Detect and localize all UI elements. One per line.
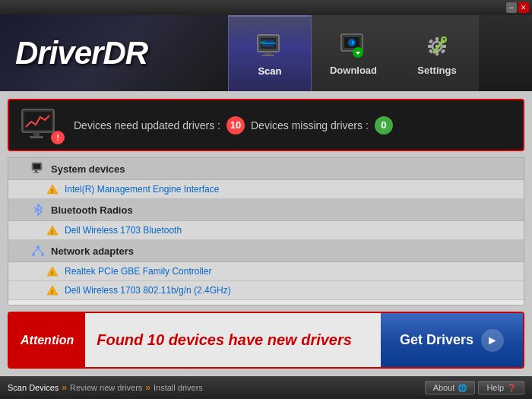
attention-message-text: Found 10 devices have new drivers <box>97 331 352 349</box>
svg-rect-15 <box>435 37 439 41</box>
updated-drivers-count: 10 <box>226 116 245 135</box>
category-label: Bluetooth Radios <box>51 204 133 216</box>
svg-rect-16 <box>435 52 439 55</box>
content-area: ! Devices need updated drivers : 10 Devi… <box>0 91 532 376</box>
footer: Scan Devices » Review new drivers » Inst… <box>0 376 532 399</box>
logo: DriverDR <box>15 35 147 71</box>
category-label: System devices <box>51 163 125 175</box>
settings-icon <box>422 31 452 62</box>
svg-line-44 <box>38 249 43 253</box>
attention-bar: Attention Found 10 devices have new driv… <box>8 312 524 369</box>
tab-settings[interactable]: Settings <box>395 15 479 91</box>
download-icon <box>338 31 369 62</box>
logo-text-part2: DR <box>103 35 147 71</box>
svg-rect-30 <box>33 164 40 169</box>
scan-icon <box>255 32 285 62</box>
svg-rect-32 <box>33 172 39 173</box>
svg-rect-3 <box>265 52 271 55</box>
device-item-label: Dell Wireless 1703 Bluetooth <box>65 225 182 236</box>
tab-download-label: Download <box>330 65 377 76</box>
globe-icon: 🌐 <box>458 384 467 392</box>
breadcrumb-arrow-1: » <box>62 382 67 393</box>
device-category: Network adapters <box>8 240 524 262</box>
title-bar: ─ ✕ <box>0 0 532 15</box>
device-item[interactable]: !Realtek PCIe GBE Family Controller <box>8 262 524 281</box>
header: DriverDR Scan <box>0 15 532 91</box>
svg-marker-35 <box>38 204 42 215</box>
tab-scan-label: Scan <box>258 65 281 77</box>
device-item[interactable]: !Dell Wireless 1703 Bluetooth <box>8 221 524 240</box>
breadcrumb: Scan Devices » Review new drivers » Inst… <box>8 382 203 393</box>
missing-drivers-count: 0 <box>375 116 393 135</box>
help-button[interactable]: Help ❓ <box>478 381 524 394</box>
device-item-label: Intel(R) Management Engine Interface <box>65 184 219 195</box>
svg-text:!: ! <box>51 271 52 276</box>
svg-rect-31 <box>35 170 37 172</box>
svg-rect-4 <box>262 55 274 56</box>
minimize-button[interactable]: ─ <box>506 2 517 13</box>
help-icon: ❓ <box>507 384 516 392</box>
svg-point-42 <box>41 253 44 256</box>
tab-scan[interactable]: Scan <box>228 15 312 91</box>
breadcrumb-review[interactable]: Review new drivers <box>70 383 142 392</box>
footer-buttons: About 🌐 Help ❓ <box>425 381 524 394</box>
device-item[interactable]: !Dell Wireless 1703 802.11b/g/n (2.4GHz) <box>8 281 524 300</box>
help-label: Help <box>486 383 504 392</box>
logo-area: DriverDR <box>0 15 228 91</box>
app-window: DriverDR Scan <box>0 15 532 399</box>
svg-text:!: ! <box>51 290 52 295</box>
breadcrumb-scan-devices[interactable]: Scan Devices <box>8 383 59 392</box>
close-button[interactable]: ✕ <box>518 2 529 13</box>
svg-rect-28 <box>30 136 43 138</box>
status-text1: Devices need updated drivers : <box>74 119 220 131</box>
device-category: System devices <box>8 158 524 180</box>
svg-rect-27 <box>33 132 40 136</box>
device-item[interactable]: !Intel(R) Management Engine Interface <box>8 180 524 199</box>
attention-label: Attention <box>9 313 85 367</box>
svg-point-41 <box>32 253 35 256</box>
category-label: Network adapters <box>51 245 134 257</box>
nav-tabs: Scan Download <box>228 15 532 91</box>
svg-point-40 <box>36 245 40 249</box>
attention-message: Found 10 devices have new drivers <box>85 313 381 367</box>
get-drivers-label: Get Drivers <box>400 332 473 348</box>
svg-rect-17 <box>428 45 432 48</box>
get-drivers-button[interactable]: Get Drivers ► <box>381 313 523 367</box>
breadcrumb-install[interactable]: Install drivers <box>154 383 203 392</box>
about-button[interactable]: About 🌐 <box>425 381 476 394</box>
status-text: Devices need updated drivers : 10 Device… <box>74 116 511 135</box>
status-bar: ! Devices need updated drivers : 10 Devi… <box>8 99 524 151</box>
device-item-label: Realtek PCIe GBE Family Controller <box>65 266 211 277</box>
breadcrumb-arrow-2: » <box>145 382 150 393</box>
tab-settings-label: Settings <box>417 65 456 76</box>
device-item-label: Dell Wireless 1703 802.11b/g/n (2.4GHz) <box>65 285 231 296</box>
status-text2: Devices missing drivers : <box>251 119 369 131</box>
svg-text:!: ! <box>51 230 52 235</box>
about-label: About <box>433 383 455 392</box>
tab-download[interactable]: Download <box>312 15 395 91</box>
device-list[interactable]: System devices!Intel(R) Management Engin… <box>8 158 524 305</box>
arrow-icon: ► <box>481 329 504 352</box>
svg-line-43 <box>33 249 38 253</box>
svg-text:!: ! <box>51 188 52 194</box>
logo-text-part1: Driver <box>15 35 103 71</box>
status-icon-area: ! <box>21 108 62 142</box>
warning-badge: ! <box>51 131 65 144</box>
svg-rect-18 <box>442 45 446 48</box>
device-list-container: System devices!Intel(R) Management Engin… <box>8 157 524 306</box>
device-category: Bluetooth Radios <box>8 199 524 221</box>
